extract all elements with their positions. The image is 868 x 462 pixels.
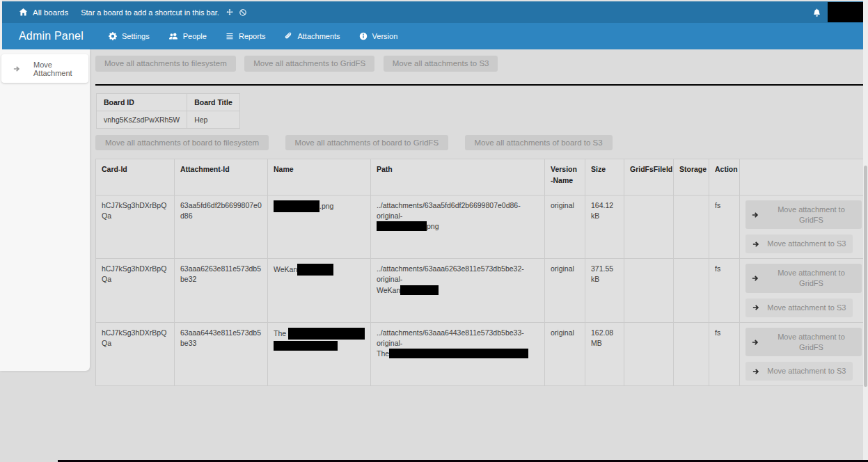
move-attachment-to-s3-button[interactable]: Move attachment to S3 bbox=[745, 234, 853, 253]
move-attachment-to-gridfs-button[interactable]: Move attachment to GridFS bbox=[745, 328, 862, 357]
vertical-scrollbar[interactable] bbox=[863, 0, 868, 460]
redacted-name bbox=[297, 264, 333, 276]
size-cell: 162.08 MB bbox=[585, 322, 624, 386]
redacted-name bbox=[288, 328, 365, 340]
move-all-to-filesystem-button[interactable]: Move all attachments to filesystem bbox=[95, 56, 236, 72]
tab-reports[interactable]: Reports bbox=[226, 32, 266, 40]
row-buttons-cell: Move attachment to GridFS Move attachmen… bbox=[740, 195, 868, 259]
ban-icon[interactable] bbox=[239, 8, 247, 17]
gear-icon bbox=[109, 32, 117, 40]
arrow-right-icon bbox=[752, 303, 760, 312]
version-name-cell: original bbox=[545, 322, 585, 386]
tab-reports-label: Reports bbox=[239, 32, 266, 40]
path-header: Path bbox=[371, 159, 545, 195]
redacted-path bbox=[389, 349, 528, 358]
action-cell: fs bbox=[709, 322, 740, 386]
move-all-to-s3-button[interactable]: Move all attachments to S3 bbox=[384, 56, 498, 72]
arrow-right-icon bbox=[752, 240, 760, 248]
star-board-hint: Star a board to add a shortcut in this b… bbox=[81, 8, 219, 17]
name-cell: WeKan bbox=[268, 259, 371, 323]
tab-attachments[interactable]: Attachments bbox=[284, 32, 340, 40]
arrow-right-icon bbox=[751, 211, 759, 219]
all-boards-link[interactable]: All boards bbox=[19, 8, 68, 17]
card-id-cell: hCJ7kSg3hDXrBpQQa bbox=[96, 195, 175, 259]
tab-attachments-label: Attachments bbox=[297, 32, 340, 40]
board-id-header: Board ID bbox=[97, 93, 187, 111]
storage-cell bbox=[674, 322, 709, 386]
arrow-right-icon bbox=[13, 65, 21, 73]
card-id-cell: hCJ7kSg3hDXrBpQQa bbox=[96, 322, 175, 386]
tab-people[interactable]: People bbox=[168, 32, 207, 40]
path-cell: ../attachments/63aaa6263e811e573db5be32-… bbox=[371, 259, 545, 323]
gridfsfileid-header: GridFsFileId bbox=[624, 159, 674, 195]
attachments-table: Card-Id Attachment-Id Name Path Version-… bbox=[95, 159, 868, 386]
global-actions-row: Move all attachments to filesystem Move … bbox=[95, 56, 868, 72]
all-boards-label: All boards bbox=[33, 8, 68, 17]
sidebar-item-label: Move Attachment bbox=[33, 61, 88, 77]
page-title: Admin Panel bbox=[19, 30, 84, 42]
people-icon bbox=[168, 32, 178, 40]
tab-version-label: Version bbox=[372, 32, 398, 40]
attachment-id-cell: 63aa5fd6df2b6699807e0d86 bbox=[175, 195, 268, 259]
move-attachment-to-s3-button[interactable]: Move attachment to S3 bbox=[745, 298, 853, 317]
arrows-move-icon[interactable] bbox=[226, 8, 234, 17]
version-name-cell: original bbox=[545, 195, 585, 259]
gridfsfileid-cell bbox=[624, 195, 674, 259]
tab-version[interactable]: Version bbox=[359, 32, 398, 40]
arrow-right-icon bbox=[752, 367, 760, 376]
row-buttons-cell: Move attachment to GridFS Move attachmen… bbox=[740, 322, 868, 386]
name-cell: .png bbox=[268, 195, 371, 259]
bell-icon[interactable] bbox=[812, 8, 821, 17]
home-icon bbox=[19, 8, 28, 17]
board-table: Board ID Board Title vnhg5KsZsdPwXRh5W H… bbox=[96, 93, 240, 129]
tab-people-label: People bbox=[183, 32, 207, 40]
board-title-cell: Hep bbox=[187, 111, 240, 128]
admin-sidebar: Move Attachment bbox=[0, 49, 90, 371]
board-title-header: Board Title bbox=[187, 93, 240, 111]
row-buttons-cell: Move attachment to GridFS Move attachmen… bbox=[740, 259, 868, 323]
table-row: hCJ7kSg3hDXrBpQQa 63aa5fd6df2b6699807e0d… bbox=[96, 195, 868, 259]
tab-settings[interactable]: Settings bbox=[109, 32, 150, 40]
move-all-to-gridfs-button[interactable]: Move all attachments to GridFS bbox=[244, 56, 374, 72]
gridfsfileid-cell bbox=[624, 259, 674, 323]
name-cell: The bbox=[268, 322, 371, 386]
sidebar-item-move-attachment[interactable]: Move Attachment bbox=[1, 54, 88, 83]
storage-header: Storage bbox=[674, 159, 709, 195]
move-board-to-gridfs-button[interactable]: Move all attachments of board to GridFS bbox=[285, 135, 448, 151]
main-content: Move all attachments to filesystem Move … bbox=[90, 49, 868, 386]
attachment-id-cell: 63aaa6263e811e573db5be32 bbox=[175, 259, 268, 323]
list-icon bbox=[226, 32, 234, 40]
size-cell: 371.55 kB bbox=[585, 259, 624, 323]
action-cell: fs bbox=[709, 259, 740, 323]
action-header: Action bbox=[709, 159, 740, 195]
redacted-user-menu[interactable] bbox=[828, 2, 866, 22]
top-bar: All boards Star a board to add a shortcu… bbox=[0, 0, 868, 23]
info-icon bbox=[359, 32, 368, 40]
redacted-name bbox=[274, 200, 319, 212]
admin-panel-bar: Admin Panel Settings People Reports Atta… bbox=[0, 23, 868, 49]
paperclip-icon bbox=[284, 32, 292, 40]
table-row: hCJ7kSg3hDXrBpQQa 63aaa6443e811e573db5be… bbox=[96, 322, 868, 386]
size-header: Size bbox=[585, 159, 624, 195]
name-header: Name bbox=[268, 159, 371, 195]
scrollbar-thumb[interactable] bbox=[864, 166, 867, 387]
table-row: vnhg5KsZsdPwXRh5W Hep bbox=[97, 111, 240, 128]
attachment-id-cell: 63aaa6443e811e573db5be33 bbox=[175, 322, 268, 386]
redacted-path bbox=[400, 285, 439, 295]
move-attachment-to-gridfs-button[interactable]: Move attachment to GridFS bbox=[745, 264, 862, 293]
size-cell: 164.12 kB bbox=[585, 195, 624, 259]
move-attachment-to-s3-button[interactable]: Move attachment to S3 bbox=[745, 362, 853, 381]
card-id-header: Card-Id bbox=[96, 159, 175, 195]
arrow-right-icon bbox=[751, 274, 759, 282]
move-attachment-to-gridfs-button[interactable]: Move attachment to GridFS bbox=[745, 200, 862, 230]
redacted-name bbox=[274, 341, 338, 351]
move-board-to-filesystem-button[interactable]: Move all attachments of board to filesys… bbox=[95, 135, 269, 151]
action-cell: fs bbox=[709, 195, 740, 259]
window-left-edge bbox=[0, 0, 2, 49]
version-name-header: Version-Name bbox=[545, 159, 585, 195]
move-board-to-s3-button[interactable]: Move all attachments of board to S3 bbox=[465, 135, 613, 151]
storage-cell bbox=[674, 195, 709, 259]
buttons-header bbox=[740, 159, 868, 195]
path-cell: ../attachments/63aaa6443e811e573db5be33-… bbox=[371, 322, 545, 386]
gridfsfileid-cell bbox=[624, 322, 674, 386]
